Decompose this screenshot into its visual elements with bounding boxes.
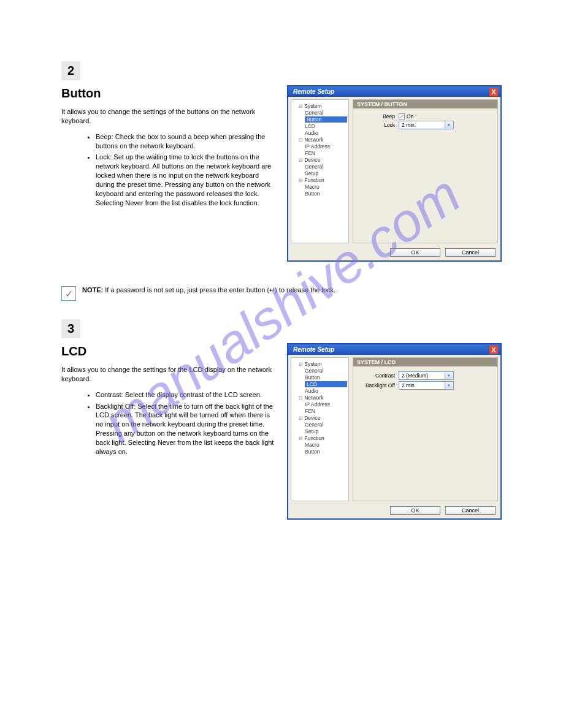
bullet-contrast: Contrast: Select the display contrast of… xyxy=(96,390,282,400)
note-text: If a password is not set up, just press … xyxy=(105,286,335,294)
cancel-button[interactable]: Cancel xyxy=(445,506,496,515)
section-lcd: 3 Remote Setup X System General Button L… xyxy=(61,319,502,532)
contrast-label: Contrast xyxy=(358,373,399,379)
dialog-title: Remote Setup xyxy=(293,88,334,95)
contrast-select[interactable]: 2 (Medium) ▾ xyxy=(399,371,454,380)
button-intro: It allows you to change the settings of … xyxy=(61,107,282,126)
bullet-lock: Lock: Set up the waiting time to lock th… xyxy=(96,153,282,207)
lcd-intro: It allows you to change the settings for… xyxy=(61,365,282,384)
section-button-title: Button xyxy=(61,86,282,100)
cancel-button[interactable]: Cancel xyxy=(445,248,496,257)
backlight-label: Backlight Off xyxy=(358,382,399,389)
tree-fen[interactable]: FEN xyxy=(305,408,347,414)
tree-general[interactable]: General xyxy=(305,368,347,374)
tree-general[interactable]: General xyxy=(305,110,347,116)
tree-fn-button[interactable]: Button xyxy=(305,191,347,197)
tree-macro[interactable]: Macro xyxy=(305,184,347,190)
tree-network[interactable]: Network xyxy=(299,137,323,143)
backlight-select[interactable]: 2 min. ▾ xyxy=(399,381,454,390)
tree-button[interactable]: Button xyxy=(305,116,347,123)
lock-label: Lock xyxy=(358,122,399,128)
ok-button[interactable]: OK xyxy=(390,506,440,515)
bullet-backlight: Backlight Off: Select the time to turn o… xyxy=(96,402,282,457)
contrast-value: 2 (Medium) xyxy=(402,373,428,379)
section-lcd-title: LCD xyxy=(61,344,282,358)
section-lcd-number: 3 xyxy=(61,319,80,338)
tree-device[interactable]: Device xyxy=(299,415,320,421)
tree-audio[interactable]: Audio xyxy=(305,130,347,136)
tree-system[interactable]: System xyxy=(299,361,322,367)
dialog-lcd: Remote Setup X System General Button LCD… xyxy=(287,343,502,520)
lock-value: 2 min. xyxy=(402,122,416,128)
tree-dev-general[interactable]: General xyxy=(305,422,347,428)
beep-cb-label: On xyxy=(407,113,413,119)
tree-network[interactable]: Network xyxy=(299,395,323,401)
panel-header-button: SYSTEM / BUTTON xyxy=(353,100,497,108)
tree-system[interactable]: System xyxy=(299,103,322,109)
backlight-value: 2 min. xyxy=(402,382,416,389)
tree-dev-setup[interactable]: Setup xyxy=(305,428,347,434)
tree-device[interactable]: Device xyxy=(299,157,320,163)
tree-function[interactable]: Function xyxy=(299,177,324,183)
beep-label: Beep xyxy=(358,113,399,119)
close-icon[interactable]: X xyxy=(489,346,498,354)
dialog-tree-lcd: System General Button LCD Audio Network … xyxy=(291,357,349,501)
section-button: 2 Remote Setup X System General Button L… xyxy=(61,61,502,274)
dialog-button: Remote Setup X System General Button LCD… xyxy=(287,85,502,262)
check-icon: ✓ xyxy=(61,286,76,301)
tree-fen[interactable]: FEN xyxy=(305,150,347,156)
section-button-number: 2 xyxy=(61,61,80,80)
note-label: NOTE: xyxy=(82,286,103,294)
dialog-tree: System General Button LCD Audio Network … xyxy=(291,99,349,243)
tree-fn-button[interactable]: Button xyxy=(305,449,347,455)
tree-dev-setup[interactable]: Setup xyxy=(305,170,347,176)
bullet-beep: Beep: Check the box to sound a beep when… xyxy=(96,132,282,151)
tree-ip-address[interactable]: IP Address xyxy=(305,143,347,150)
chevron-down-icon: ▾ xyxy=(445,373,453,379)
beep-checkbox[interactable]: ✓ xyxy=(399,113,405,119)
tree-audio[interactable]: Audio xyxy=(305,388,347,394)
chevron-down-icon: ▾ xyxy=(445,122,453,128)
tree-button[interactable]: Button xyxy=(305,374,347,381)
tree-macro[interactable]: Macro xyxy=(305,442,347,448)
note-row: ✓ NOTE: If a password is not set up, jus… xyxy=(61,286,502,301)
panel-header-lcd: SYSTEM / LCD xyxy=(353,358,497,366)
close-icon[interactable]: X xyxy=(489,88,498,96)
dialog-title-lcd: Remote Setup xyxy=(293,346,334,353)
tree-lcd[interactable]: LCD xyxy=(305,381,347,387)
tree-lcd[interactable]: LCD xyxy=(305,123,347,129)
lock-select[interactable]: 2 min. ▾ xyxy=(399,121,454,129)
ok-button[interactable]: OK xyxy=(390,248,440,257)
tree-ip-address[interactable]: IP Address xyxy=(305,401,347,408)
chevron-down-icon: ▾ xyxy=(445,382,453,389)
tree-dev-general[interactable]: General xyxy=(305,164,347,170)
tree-function[interactable]: Function xyxy=(299,435,324,441)
